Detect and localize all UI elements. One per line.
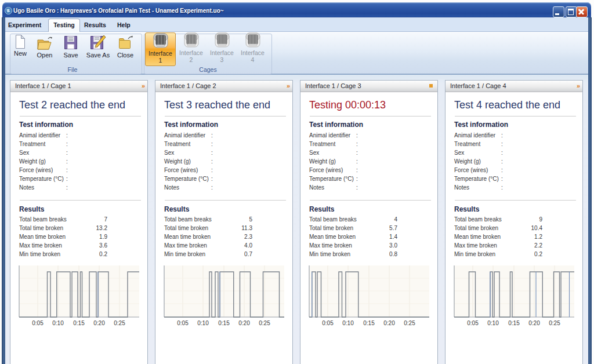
svg-text:0:05: 0:05 bbox=[177, 320, 189, 326]
svg-text:0:15: 0:15 bbox=[73, 320, 85, 326]
svg-text:0:05: 0:05 bbox=[467, 320, 479, 326]
svg-text:0:20: 0:20 bbox=[528, 320, 540, 326]
svg-text:0:15: 0:15 bbox=[363, 320, 375, 326]
svg-text:0:10: 0:10 bbox=[342, 320, 354, 326]
svg-text:0:20: 0:20 bbox=[383, 320, 395, 326]
svg-text:0:25: 0:25 bbox=[259, 320, 270, 326]
svg-text:0:10: 0:10 bbox=[197, 320, 209, 326]
svg-text:0:10: 0:10 bbox=[487, 320, 499, 326]
svg-text:0:25: 0:25 bbox=[114, 320, 125, 326]
svg-text:0:15: 0:15 bbox=[218, 320, 230, 326]
svg-text:0:25: 0:25 bbox=[404, 320, 415, 326]
svg-text:0:05: 0:05 bbox=[322, 320, 334, 326]
svg-text:0:05: 0:05 bbox=[32, 320, 44, 326]
svg-text:0:20: 0:20 bbox=[238, 320, 250, 326]
svg-text:0:10: 0:10 bbox=[52, 320, 64, 326]
svg-text:0:15: 0:15 bbox=[508, 320, 520, 326]
svg-text:0:25: 0:25 bbox=[549, 320, 560, 326]
svg-text:0:20: 0:20 bbox=[93, 320, 105, 326]
